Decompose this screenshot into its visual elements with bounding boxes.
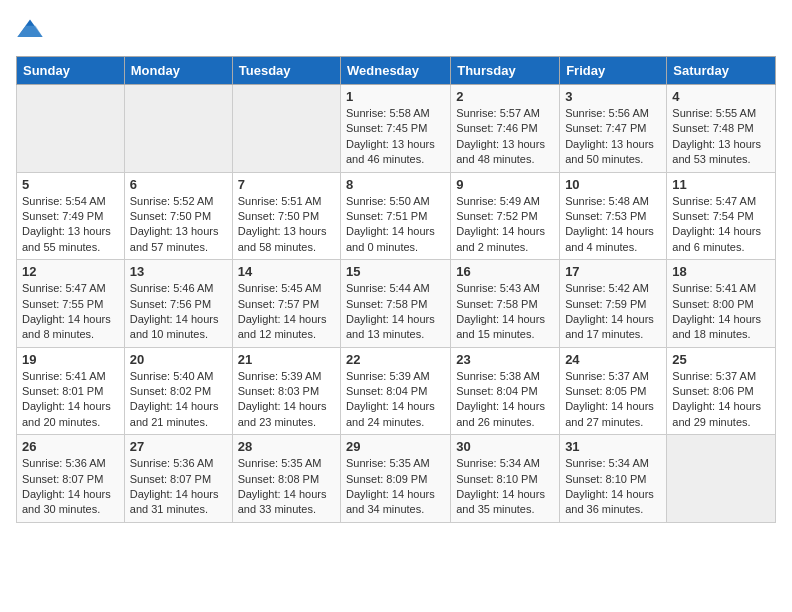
day-number: 18 [672,264,770,279]
day-info: Sunrise: 5:52 AM Sunset: 7:50 PM Dayligh… [130,194,227,256]
logo [16,16,48,44]
day-number: 14 [238,264,335,279]
day-number: 22 [346,352,445,367]
day-number: 2 [456,89,554,104]
day-info: Sunrise: 5:42 AM Sunset: 7:59 PM Dayligh… [565,281,661,343]
calendar-cell: 14Sunrise: 5:45 AM Sunset: 7:57 PM Dayli… [232,260,340,348]
calendar-cell: 30Sunrise: 5:34 AM Sunset: 8:10 PM Dayli… [451,435,560,523]
day-info: Sunrise: 5:34 AM Sunset: 8:10 PM Dayligh… [565,456,661,518]
day-number: 21 [238,352,335,367]
calendar-cell: 19Sunrise: 5:41 AM Sunset: 8:01 PM Dayli… [17,347,125,435]
logo-icon [16,16,44,44]
day-info: Sunrise: 5:54 AM Sunset: 7:49 PM Dayligh… [22,194,119,256]
svg-marker-1 [17,26,42,37]
day-info: Sunrise: 5:48 AM Sunset: 7:53 PM Dayligh… [565,194,661,256]
day-info: Sunrise: 5:39 AM Sunset: 8:04 PM Dayligh… [346,369,445,431]
day-number: 16 [456,264,554,279]
dow-header-friday: Friday [560,57,667,85]
day-info: Sunrise: 5:51 AM Sunset: 7:50 PM Dayligh… [238,194,335,256]
day-number: 17 [565,264,661,279]
day-info: Sunrise: 5:57 AM Sunset: 7:46 PM Dayligh… [456,106,554,168]
calendar-cell [667,435,776,523]
day-info: Sunrise: 5:35 AM Sunset: 8:09 PM Dayligh… [346,456,445,518]
day-info: Sunrise: 5:47 AM Sunset: 7:55 PM Dayligh… [22,281,119,343]
day-number: 6 [130,177,227,192]
calendar-cell: 21Sunrise: 5:39 AM Sunset: 8:03 PM Dayli… [232,347,340,435]
calendar-cell: 1Sunrise: 5:58 AM Sunset: 7:45 PM Daylig… [341,85,451,173]
day-number: 4 [672,89,770,104]
calendar-table: SundayMondayTuesdayWednesdayThursdayFrid… [16,56,776,523]
calendar-week-3: 12Sunrise: 5:47 AM Sunset: 7:55 PM Dayli… [17,260,776,348]
day-number: 3 [565,89,661,104]
calendar-cell: 17Sunrise: 5:42 AM Sunset: 7:59 PM Dayli… [560,260,667,348]
day-number: 12 [22,264,119,279]
calendar-cell: 26Sunrise: 5:36 AM Sunset: 8:07 PM Dayli… [17,435,125,523]
day-info: Sunrise: 5:56 AM Sunset: 7:47 PM Dayligh… [565,106,661,168]
days-of-week-row: SundayMondayTuesdayWednesdayThursdayFrid… [17,57,776,85]
calendar-cell: 6Sunrise: 5:52 AM Sunset: 7:50 PM Daylig… [124,172,232,260]
day-number: 24 [565,352,661,367]
calendar-cell: 31Sunrise: 5:34 AM Sunset: 8:10 PM Dayli… [560,435,667,523]
calendar-cell: 18Sunrise: 5:41 AM Sunset: 8:00 PM Dayli… [667,260,776,348]
day-number: 13 [130,264,227,279]
day-info: Sunrise: 5:36 AM Sunset: 8:07 PM Dayligh… [22,456,119,518]
day-number: 31 [565,439,661,454]
day-info: Sunrise: 5:46 AM Sunset: 7:56 PM Dayligh… [130,281,227,343]
calendar-cell: 10Sunrise: 5:48 AM Sunset: 7:53 PM Dayli… [560,172,667,260]
day-number: 30 [456,439,554,454]
day-info: Sunrise: 5:44 AM Sunset: 7:58 PM Dayligh… [346,281,445,343]
calendar-cell: 15Sunrise: 5:44 AM Sunset: 7:58 PM Dayli… [341,260,451,348]
calendar-cell: 28Sunrise: 5:35 AM Sunset: 8:08 PM Dayli… [232,435,340,523]
day-number: 20 [130,352,227,367]
calendar-cell: 25Sunrise: 5:37 AM Sunset: 8:06 PM Dayli… [667,347,776,435]
calendar-cell: 23Sunrise: 5:38 AM Sunset: 8:04 PM Dayli… [451,347,560,435]
calendar-cell: 29Sunrise: 5:35 AM Sunset: 8:09 PM Dayli… [341,435,451,523]
calendar-cell: 24Sunrise: 5:37 AM Sunset: 8:05 PM Dayli… [560,347,667,435]
day-number: 26 [22,439,119,454]
dow-header-thursday: Thursday [451,57,560,85]
calendar-cell: 2Sunrise: 5:57 AM Sunset: 7:46 PM Daylig… [451,85,560,173]
dow-header-tuesday: Tuesday [232,57,340,85]
day-info: Sunrise: 5:47 AM Sunset: 7:54 PM Dayligh… [672,194,770,256]
calendar-cell [124,85,232,173]
day-number: 9 [456,177,554,192]
day-number: 5 [22,177,119,192]
day-info: Sunrise: 5:37 AM Sunset: 8:06 PM Dayligh… [672,369,770,431]
calendar-week-4: 19Sunrise: 5:41 AM Sunset: 8:01 PM Dayli… [17,347,776,435]
calendar-cell: 11Sunrise: 5:47 AM Sunset: 7:54 PM Dayli… [667,172,776,260]
day-number: 29 [346,439,445,454]
day-number: 7 [238,177,335,192]
day-number: 28 [238,439,335,454]
dow-header-sunday: Sunday [17,57,125,85]
day-info: Sunrise: 5:37 AM Sunset: 8:05 PM Dayligh… [565,369,661,431]
calendar-cell [232,85,340,173]
calendar-cell: 22Sunrise: 5:39 AM Sunset: 8:04 PM Dayli… [341,347,451,435]
day-number: 10 [565,177,661,192]
calendar-cell: 12Sunrise: 5:47 AM Sunset: 7:55 PM Dayli… [17,260,125,348]
calendar-cell: 13Sunrise: 5:46 AM Sunset: 7:56 PM Dayli… [124,260,232,348]
day-number: 25 [672,352,770,367]
calendar-cell [17,85,125,173]
day-info: Sunrise: 5:39 AM Sunset: 8:03 PM Dayligh… [238,369,335,431]
day-number: 8 [346,177,445,192]
day-number: 11 [672,177,770,192]
calendar-cell: 3Sunrise: 5:56 AM Sunset: 7:47 PM Daylig… [560,85,667,173]
calendar-cell: 4Sunrise: 5:55 AM Sunset: 7:48 PM Daylig… [667,85,776,173]
calendar-cell: 7Sunrise: 5:51 AM Sunset: 7:50 PM Daylig… [232,172,340,260]
calendar-week-2: 5Sunrise: 5:54 AM Sunset: 7:49 PM Daylig… [17,172,776,260]
day-number: 15 [346,264,445,279]
day-info: Sunrise: 5:36 AM Sunset: 8:07 PM Dayligh… [130,456,227,518]
day-info: Sunrise: 5:40 AM Sunset: 8:02 PM Dayligh… [130,369,227,431]
day-info: Sunrise: 5:45 AM Sunset: 7:57 PM Dayligh… [238,281,335,343]
day-info: Sunrise: 5:55 AM Sunset: 7:48 PM Dayligh… [672,106,770,168]
day-number: 23 [456,352,554,367]
day-info: Sunrise: 5:49 AM Sunset: 7:52 PM Dayligh… [456,194,554,256]
calendar-cell: 27Sunrise: 5:36 AM Sunset: 8:07 PM Dayli… [124,435,232,523]
dow-header-monday: Monday [124,57,232,85]
calendar-cell: 8Sunrise: 5:50 AM Sunset: 7:51 PM Daylig… [341,172,451,260]
dow-header-wednesday: Wednesday [341,57,451,85]
calendar-week-1: 1Sunrise: 5:58 AM Sunset: 7:45 PM Daylig… [17,85,776,173]
day-number: 27 [130,439,227,454]
day-info: Sunrise: 5:34 AM Sunset: 8:10 PM Dayligh… [456,456,554,518]
calendar-body: 1Sunrise: 5:58 AM Sunset: 7:45 PM Daylig… [17,85,776,523]
